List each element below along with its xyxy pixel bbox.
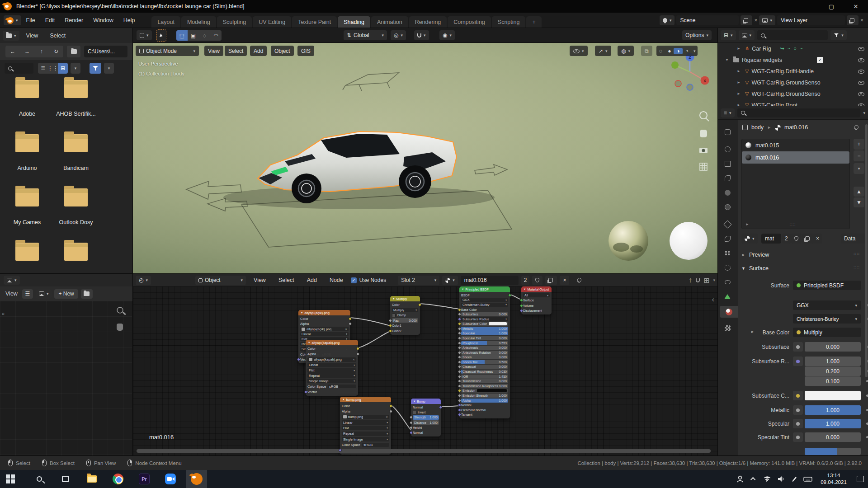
node-row[interactable]: Roughness0.553	[461, 341, 508, 346]
node-row[interactable]: Transmission0.000	[461, 379, 508, 384]
shading-rendered-button[interactable]: ◔	[683, 48, 691, 54]
fake-user-shield-button[interactable]	[791, 234, 802, 244]
editor-type-button[interactable]: ≡▾	[721, 108, 735, 117]
node-socket[interactable]	[389, 329, 392, 333]
node-socket[interactable]	[304, 390, 307, 394]
start-button[interactable]	[0, 470, 21, 488]
node-socket[interactable]	[389, 324, 392, 327]
slot-move-up-button[interactable]: ▲	[854, 187, 864, 197]
shading-material-button[interactable]: ◑	[674, 48, 682, 54]
node-socket[interactable]	[508, 294, 511, 297]
zoom-gizmo-icon[interactable]	[117, 307, 123, 313]
node-row[interactable]: Subsurface Radius	[461, 317, 508, 322]
node-principled-bsdf[interactable]: ▼Principled BSDF BSDFGGXChristensen-Burl…	[459, 286, 510, 418]
back-button[interactable]: ←	[5, 46, 20, 57]
node-row[interactable]: Color	[307, 346, 356, 352]
minimize-button[interactable]: –	[795, 0, 819, 13]
outliner-row[interactable]: ► ▽ WGT-CarRig.DriftHandle	[718, 66, 868, 77]
node-image-texture-bump[interactable]: ▼bump.png ColorAlphabump.pngLinearFlatRe…	[340, 397, 391, 455]
object-visibility-dropdown[interactable]: ▾	[570, 46, 588, 56]
node-socket[interactable]	[297, 358, 300, 361]
node-row[interactable]: Repeat	[342, 431, 389, 436]
node-header[interactable]: ▼Multiply	[390, 296, 420, 301]
node-row[interactable]: Subsurface Color	[461, 321, 508, 326]
outliner-row[interactable]: ► ⋔ Car Rig ↪~○~	[718, 43, 868, 54]
material-name-field[interactable]: mat	[761, 234, 781, 244]
workspace-tab[interactable]: Scripting	[492, 16, 526, 28]
node-row[interactable]: Flat	[307, 368, 356, 373]
node-row[interactable]: Volume	[523, 303, 550, 308]
display-horizontal-list-button[interactable]: ⋮⋮	[48, 63, 58, 74]
node-row[interactable]: Color2	[392, 328, 418, 334]
expand-arrow-icon[interactable]: ▼	[725, 58, 731, 62]
file-browser-select-menu[interactable]: Select	[45, 31, 71, 41]
slot-dropdown[interactable]: Slot 2▾	[398, 276, 439, 285]
overlays-dropdown[interactable]: ◍▾	[618, 46, 634, 56]
subsurface-radius-x[interactable]: 1.000	[805, 357, 861, 366]
specular-socket-button[interactable]	[793, 419, 803, 428]
select-mode-box-button[interactable]: ▣	[188, 30, 199, 41]
shading-wireframe-button[interactable]: ◌	[656, 48, 665, 54]
copy-material-button[interactable]	[802, 234, 814, 244]
shader-add-menu[interactable]: Add	[302, 276, 322, 285]
viewport-select-menu[interactable]: Select	[225, 46, 247, 56]
material-browse-dropdown[interactable]: ▾	[442, 276, 458, 285]
tab-scene[interactable]	[722, 187, 733, 198]
shader-select-menu[interactable]: Select	[274, 276, 299, 285]
subsurface-slider[interactable]: 0.000	[805, 342, 861, 352]
outliner-item-name[interactable]: WGT-CarRig.GroundSenso	[751, 80, 820, 86]
roughness-slider-clipped[interactable]	[805, 448, 861, 455]
tab-object-data[interactable]	[722, 291, 733, 302]
workspace-tab[interactable]: Animation	[371, 16, 408, 28]
distribution-dropdown[interactable]: GGX▾	[793, 300, 861, 310]
node-row[interactable]: Surface	[523, 298, 550, 303]
preview-panel-header[interactable]: ►Preview	[741, 252, 769, 258]
node-row[interactable]: Alpha	[342, 408, 389, 414]
action-center-icon[interactable]	[853, 470, 868, 488]
tab-modifiers[interactable]	[722, 233, 733, 244]
file-explorer-icon[interactable]	[81, 470, 102, 488]
task-view-button[interactable]	[55, 470, 76, 488]
expand-arrow-icon[interactable]: ►	[737, 103, 742, 106]
parent-node-tree-icon[interactable]: ↑	[689, 276, 692, 284]
menu-item[interactable]: Help	[118, 17, 140, 23]
node-header[interactable]: ▼altyapı(kapalı).png	[306, 340, 358, 345]
specular-slider[interactable]: 1.000	[805, 419, 861, 428]
list-resize-grip[interactable]: ∷∷	[790, 222, 796, 227]
people-tray-icon[interactable]	[733, 470, 747, 488]
tab-output[interactable]	[722, 158, 733, 169]
subsurface-radius-z[interactable]: 0.100	[805, 376, 861, 386]
node-row[interactable]: Specular Tint0.000	[461, 336, 508, 341]
metallic-slider[interactable]: 1.000	[805, 405, 861, 415]
folder-tile[interactable]: AHOB Sertifik...	[55, 80, 97, 117]
node-header[interactable]: ▼bump.png	[340, 397, 391, 402]
node-row[interactable]: Fac0.000	[392, 318, 418, 324]
hide-eye-icon[interactable]	[858, 57, 864, 63]
node-socket[interactable]	[458, 332, 461, 335]
display-thumbnail-button[interactable]: ⊞	[58, 63, 68, 74]
node-row[interactable]: Single Image	[307, 378, 356, 384]
node-mix-multiply[interactable]: ▼Multiply ColorMultiplyClampFac0.000Colo…	[390, 296, 420, 335]
shading-solid-button[interactable]: ●	[665, 48, 674, 54]
maximize-button[interactable]: ▢	[819, 0, 844, 13]
node-socket[interactable]	[520, 304, 523, 307]
material-slot-selected[interactable]: mat0.016	[742, 151, 849, 164]
node-socket[interactable]	[458, 380, 461, 383]
view-layer-icon[interactable]: ▾	[759, 15, 775, 25]
remove-slot-button[interactable]: −	[854, 150, 864, 161]
material-slot[interactable]: mat0.015	[742, 139, 849, 151]
node-row[interactable]: Alpha	[307, 352, 356, 357]
surface-shader-button[interactable]: Principled BSDF	[793, 281, 861, 290]
node-row[interactable]: Color	[300, 316, 349, 321]
transform-orientation-dropdown[interactable]: ⇅ Global▾	[344, 30, 387, 40]
image-canvas[interactable]: »	[0, 301, 132, 455]
node-socket[interactable]	[458, 365, 461, 368]
subsurface-color-socket-button[interactable]	[793, 391, 803, 400]
snap-icon[interactable]	[696, 278, 700, 282]
node-row[interactable]: Normal	[461, 403, 508, 408]
node-socket[interactable]	[410, 421, 413, 424]
node-socket[interactable]	[389, 404, 392, 408]
workspace-tab[interactable]: Layout	[151, 16, 180, 28]
chrome-icon[interactable]	[108, 470, 128, 488]
outliner-item-name[interactable]: WGT-CarRig.DriftHandle	[751, 68, 814, 75]
